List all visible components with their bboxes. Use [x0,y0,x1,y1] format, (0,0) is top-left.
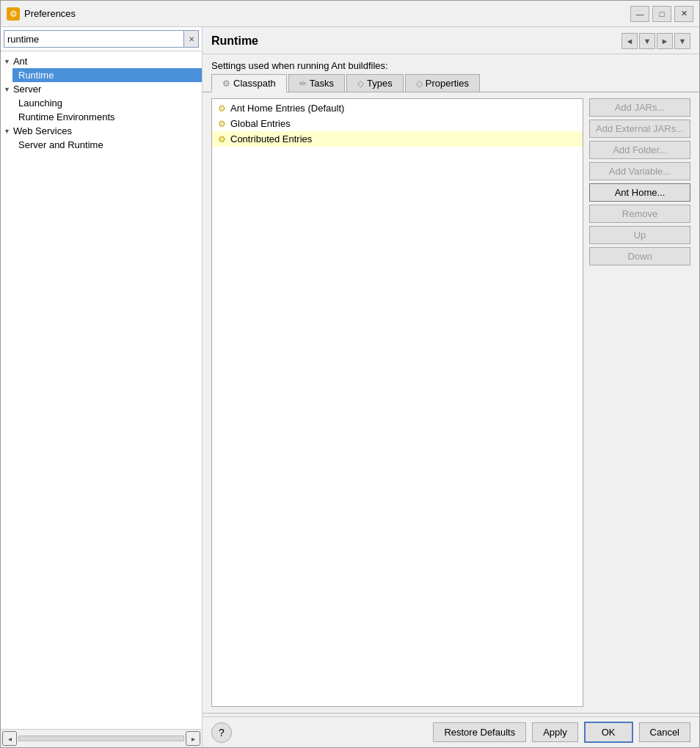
remove-button[interactable]: Remove [589,205,690,223]
tab-properties[interactable]: ◇ Properties [405,74,480,92]
tasks-tab-icon: ✏ [299,78,307,89]
tabs-bar: ⚙ Classpath ✏ Tasks ◇ Types ◇ Properties [203,74,699,92]
tab-classpath-label: Classpath [233,78,276,89]
classpath-tree: ⚙ Ant Home Entries (Default) ⚙ Global En… [211,98,583,707]
sidebar: ✕ ▼ Ant Runtime ▼ Server [1,27,203,747]
help-button[interactable]: ? [211,722,232,743]
add-jars-button[interactable]: Add JARs... [589,98,690,117]
cp-item-ant-home[interactable]: ⚙ Ant Home Entries (Default) [212,100,583,116]
search-input[interactable] [4,30,184,48]
panel-nav-buttons: ◄ ▼ ► ▼ [621,33,690,49]
add-external-jars-button[interactable]: Add External JARs... [589,120,690,138]
cp-item-contributed-label: Contributed Entries [230,133,312,144]
scroll-left-button[interactable]: ◂ [2,731,17,746]
ant-home-icon: ⚙ [218,103,226,114]
cancel-button[interactable]: Cancel [639,722,690,742]
chevron-ant: ▼ [4,58,10,65]
window-controls: — □ ✕ [630,6,693,22]
sidebar-item-runtime-envs-label: Runtime Environments [18,111,115,122]
tree-area: ▼ Ant Runtime ▼ Server Launching [1,51,202,729]
types-tab-icon: ◇ [357,78,364,89]
right-panel: Runtime ◄ ▼ ► ▼ Settings used when runni… [203,27,699,747]
tree-group-server[interactable]: ▼ Server [1,82,202,96]
ok-button[interactable]: OK [584,722,633,743]
cp-item-ant-home-label: Ant Home Entries (Default) [230,103,344,114]
chevron-web-services: ▼ [4,128,10,135]
cp-item-global[interactable]: ⚙ Global Entries [212,116,583,131]
close-button[interactable]: ✕ [674,6,693,22]
nav-forward-dropdown-button[interactable]: ▼ [674,33,690,49]
ant-home-button[interactable]: Ant Home... [589,183,690,202]
tab-properties-label: Properties [426,78,469,89]
panel-header: Runtime ◄ ▼ ► ▼ [203,27,699,54]
tree-group-ant[interactable]: ▼ Ant [1,54,202,68]
window-title: Preferences [24,8,630,19]
bottom-bar: ? Restore Defaults Apply OK Cancel [203,716,699,747]
sidebar-item-launching-label: Launching [18,98,62,109]
tree-children-server: Launching Runtime Environments [1,96,202,124]
search-box: ✕ [1,27,202,51]
preferences-window: ⚙ Preferences — □ ✕ ✕ ▼ Ant Runti [0,0,700,748]
chevron-server: ▼ [4,86,10,93]
restore-defaults-button[interactable]: Restore Defaults [433,722,526,742]
minimize-button[interactable]: — [630,6,649,22]
down-button[interactable]: Down [589,247,690,265]
scroll-track[interactable] [18,736,184,741]
apply-button[interactable]: Apply [532,722,578,742]
sidebar-item-server-runtime-label: Server and Runtime [18,139,103,150]
classpath-tab-icon: ⚙ [222,78,230,89]
add-variable-button[interactable]: Add Variable... [589,162,690,180]
tab-tasks[interactable]: ✏ Tasks [288,74,345,92]
tree-group-server-label: Server [13,84,41,95]
add-folder-button[interactable]: Add Folder... [589,141,690,159]
tree-children-ant: Runtime [1,68,202,82]
panel-description: Settings used when running Ant buildfile… [203,54,699,74]
contributed-entries-icon: ⚙ [218,134,226,144]
sidebar-item-launching[interactable]: Launching [12,96,202,110]
properties-tab-icon: ◇ [416,78,423,89]
up-button[interactable]: Up [589,226,690,244]
window-icon: ⚙ [7,7,20,21]
sidebar-item-runtime-envs[interactable]: Runtime Environments [12,110,202,124]
bottom-left: ? [211,722,427,743]
tree-children-web-services: Server and Runtime [1,138,202,152]
tree-group-ant-label: Ant [13,56,28,67]
cp-item-contributed[interactable]: ⚙ Contributed Entries [212,131,583,147]
nav-back-button[interactable]: ◄ [621,33,638,49]
tree-group-web-services[interactable]: ▼ Web Services [1,124,202,138]
sidebar-item-runtime[interactable]: Runtime [12,68,202,82]
main-content: ✕ ▼ Ant Runtime ▼ Server [1,27,699,747]
tab-classpath[interactable]: ⚙ Classpath [211,74,287,92]
global-entries-icon: ⚙ [218,119,226,129]
title-bar: ⚙ Preferences — □ ✕ [1,1,699,27]
separator [203,713,699,714]
action-buttons: Add JARs... Add External JARs... Add Fol… [589,98,690,707]
tab-types-label: Types [367,78,393,89]
nav-forward-button[interactable]: ► [657,33,673,49]
sidebar-scrollbar: ◂ ▸ [1,729,202,747]
tree-group-web-services-label: Web Services [13,125,72,136]
search-clear-button[interactable]: ✕ [184,30,199,48]
maximize-button[interactable]: □ [652,6,671,22]
sidebar-item-runtime-label: Runtime [18,70,54,81]
cp-item-global-label: Global Entries [230,118,291,129]
sidebar-item-server-runtime[interactable]: Server and Runtime [12,138,202,152]
tab-tasks-label: Tasks [310,78,334,89]
tab-types[interactable]: ◇ Types [346,74,404,92]
panel-body: ⚙ Ant Home Entries (Default) ⚙ Global En… [203,92,699,713]
panel-title: Runtime [211,34,258,48]
nav-back-dropdown-button[interactable]: ▼ [639,33,655,49]
scroll-right-button[interactable]: ▸ [186,731,200,746]
